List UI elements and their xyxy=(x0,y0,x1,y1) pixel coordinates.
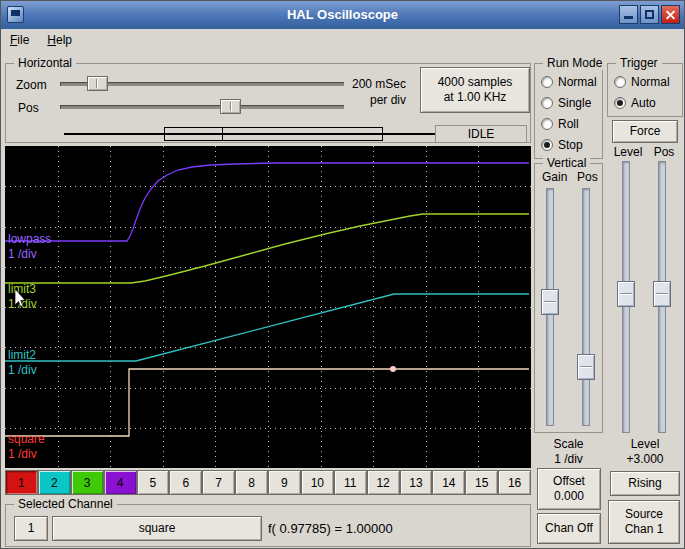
zoom-slider-handle[interactable] xyxy=(87,76,108,91)
record-trigger-tick xyxy=(222,127,223,141)
level-value: +3.000 xyxy=(607,452,683,466)
titlebar[interactable]: HAL Oscilloscope xyxy=(1,1,684,29)
channel-button-row: 12345678910111213141516 xyxy=(5,470,531,495)
trigger-normal-radio[interactable]: Normal xyxy=(614,74,670,89)
maximize-icon xyxy=(645,10,654,19)
trigger-level-label: Level xyxy=(610,145,646,159)
trigger-level-handle[interactable] xyxy=(617,281,635,307)
trigger-marker xyxy=(390,366,396,372)
radio-icon xyxy=(541,76,553,88)
trace-limit3 xyxy=(5,214,529,283)
horizontal-frame: Horizontal Zoom Pos 200 mSec per div 400… xyxy=(5,63,531,143)
zoom-label: Zoom xyxy=(16,78,47,92)
vertical-frame-label: Vertical xyxy=(543,156,590,170)
close-button[interactable] xyxy=(661,5,680,24)
scope-display[interactable]: lowpass1 /divlimit31 /divlimit21 /divsqu… xyxy=(5,146,531,468)
gain-slider-handle[interactable] xyxy=(541,289,559,315)
channel-button-14[interactable]: 14 xyxy=(432,470,465,495)
run-mode-normal-radio[interactable]: Normal xyxy=(541,74,597,89)
pos-slider-trough[interactable] xyxy=(60,105,344,109)
time-per-div-units: per div xyxy=(348,93,406,107)
minimize-icon xyxy=(624,16,633,19)
trigger-level-slider[interactable] xyxy=(617,161,635,433)
pos-label: Pos xyxy=(18,101,39,115)
offset-button[interactable]: Offset 0.000 xyxy=(537,468,601,510)
channel-button-13[interactable]: 13 xyxy=(400,470,433,495)
horizontal-frame-label: Horizontal xyxy=(14,56,76,70)
sample-rate-button[interactable]: 4000 samples at 1.00 KHz xyxy=(420,67,530,113)
radio-icon xyxy=(541,97,553,109)
pos-slider-handle[interactable] xyxy=(220,99,241,114)
channel-value-readout: f( 0.97785) = 1.00000 xyxy=(268,521,393,536)
channel-button-16[interactable]: 16 xyxy=(498,470,531,495)
channel-button-1[interactable]: 1 xyxy=(5,470,38,495)
trigger-auto-radio[interactable]: Auto xyxy=(614,95,656,110)
level-value-label: Level xyxy=(607,437,683,451)
menubar: File Help xyxy=(1,29,684,50)
radio-icon xyxy=(541,139,553,151)
run-mode-stop-radio[interactable]: Stop xyxy=(541,137,583,152)
trace-label-limit2: limit2 xyxy=(8,348,36,362)
channel-button-15[interactable]: 15 xyxy=(465,470,498,495)
channel-button-4[interactable]: 4 xyxy=(104,470,137,495)
run-mode-roll-radio[interactable]: Roll xyxy=(541,116,579,131)
gain-slider[interactable] xyxy=(541,188,559,426)
trace-lowpass xyxy=(5,163,529,241)
hal-oscilloscope-window: HAL Oscilloscope File Help Horizontal Zo… xyxy=(0,0,685,549)
force-trigger-button[interactable]: Force xyxy=(612,120,678,143)
trace-scale-limit2: 1 /div xyxy=(8,363,37,377)
channel-button-8[interactable]: 8 xyxy=(235,470,268,495)
radio-icon xyxy=(614,97,626,109)
trace-label-square: square xyxy=(8,432,45,446)
vertical-pos-slider[interactable] xyxy=(577,188,595,426)
trace-scale-lowpass: 1 /div xyxy=(8,247,37,261)
trigger-pos-handle[interactable] xyxy=(653,281,671,307)
menu-file[interactable]: File xyxy=(1,31,38,49)
channel-button-10[interactable]: 10 xyxy=(301,470,334,495)
selected-channel-frame-label: Selected Channel xyxy=(14,497,117,511)
trigger-edge-button[interactable]: Rising xyxy=(610,471,680,496)
channel-button-11[interactable]: 11 xyxy=(334,470,367,495)
radio-icon xyxy=(614,76,626,88)
vertical-frame: Vertical Gain Pos xyxy=(534,163,603,433)
run-mode-frame: Run Mode Normal Single Roll Stop xyxy=(534,63,603,159)
run-mode-single-radio[interactable]: Single xyxy=(541,95,591,110)
vertical-pos-handle[interactable] xyxy=(577,354,595,380)
record-view-box[interactable] xyxy=(164,127,383,141)
horizontal-pos-slider[interactable] xyxy=(60,99,344,114)
run-mode-frame-label: Run Mode xyxy=(543,56,606,70)
vertical-pos-trough[interactable] xyxy=(582,188,590,426)
time-per-div-value: 200 mSec xyxy=(348,77,406,91)
channel-button-3[interactable]: 3 xyxy=(71,470,104,495)
scale-label: Scale xyxy=(534,437,603,451)
channel-button-7[interactable]: 7 xyxy=(202,470,235,495)
selected-channel-name-button[interactable]: square xyxy=(52,516,262,541)
trigger-frame-label: Trigger xyxy=(616,56,662,70)
selected-channel-number-button[interactable]: 1 xyxy=(14,516,48,541)
gain-label: Gain xyxy=(542,170,567,184)
scale-value: 1 /div xyxy=(534,452,603,466)
minimize-button[interactable] xyxy=(619,5,638,24)
trace-scale-square: 1 /div xyxy=(8,447,37,461)
trigger-source-button[interactable]: Source Chan 1 xyxy=(608,500,680,544)
trace-square xyxy=(5,369,529,436)
trigger-pos-label: Pos xyxy=(649,145,679,159)
maximize-button[interactable] xyxy=(640,5,659,24)
trace-label-lowpass: lowpass xyxy=(8,232,51,246)
trace-label-limit3: limit3 xyxy=(8,282,36,296)
channel-button-9[interactable]: 9 xyxy=(268,470,301,495)
selected-channel-frame: Selected Channel 1 square f( 0.97785) = … xyxy=(5,504,531,547)
channel-button-2[interactable]: 2 xyxy=(38,470,71,495)
channel-button-5[interactable]: 5 xyxy=(137,470,170,495)
capture-status: IDLE xyxy=(435,125,527,143)
menu-help[interactable]: Help xyxy=(38,31,81,49)
channel-button-6[interactable]: 6 xyxy=(169,470,202,495)
chan-off-button[interactable]: Chan Off xyxy=(537,513,601,544)
trigger-pos-slider[interactable] xyxy=(653,161,671,433)
zoom-slider[interactable] xyxy=(60,76,344,91)
trace-limit2 xyxy=(5,294,529,361)
channel-button-12[interactable]: 12 xyxy=(367,470,400,495)
vertical-pos-label: Pos xyxy=(577,170,598,184)
trigger-frame: Trigger Normal Auto xyxy=(607,63,683,117)
window-title: HAL Oscilloscope xyxy=(1,7,684,22)
